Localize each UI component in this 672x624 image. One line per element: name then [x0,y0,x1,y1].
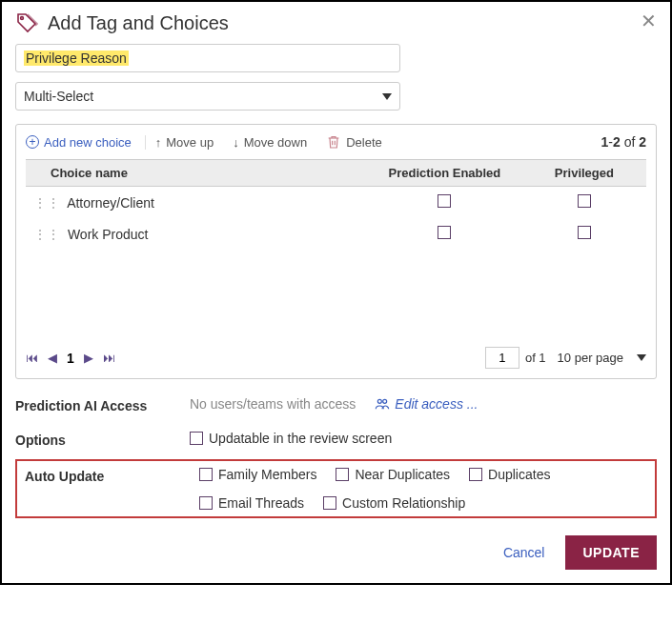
drag-handle-icon[interactable]: ⋮⋮ [33,227,64,242]
svg-point-1 [378,399,382,403]
pager-prev-icon[interactable]: ◀ [48,351,57,365]
range-of: of [624,134,636,150]
range-end: 2 [613,134,621,150]
pager-next-icon[interactable]: ▶ [84,351,93,365]
auto-update-row: Auto Update Family Members Near Duplicat… [25,467,647,511]
family-label: Family Members [218,467,316,482]
add-choice-button[interactable]: + Add new choice [26,135,146,150]
choices-table: Choice name Prediction Enabled Privilege… [26,159,646,187]
duplicates-checkbox[interactable]: Duplicates [469,467,550,482]
pager-current: 1 [67,351,74,366]
checkbox-icon [336,468,349,481]
delete-label: Delete [346,135,382,150]
updatable-label: Updatable in the review screen [209,431,392,446]
options-label: Options [15,431,173,448]
per-page-label: 10 per page [558,351,623,365]
choices-table-body: ⋮⋮ Attorney/Client ⋮⋮ Work Product [26,187,646,250]
move-down-button[interactable]: ↓ Move down [223,135,316,150]
trash-icon [326,134,341,150]
edit-access-label: Edit access ... [395,396,478,412]
pager-controls: ⏮ ◀ 1 ▶ ⏭ [26,351,115,366]
tag-name-input[interactable]: Privilege Reason [15,44,400,72]
modal-title: Add Tag and Choices [48,12,229,34]
family-members-checkbox[interactable]: Family Members [199,467,316,482]
add-choice-label: Add new choice [44,135,132,150]
range-total: 2 [639,134,646,150]
choice-name: Attorney/Client [67,195,154,211]
checkbox-icon [199,496,213,510]
choice-name: Work Product [68,227,149,242]
choices-counter: 1-2 of 2 [601,134,646,150]
pager-first-icon[interactable]: ⏮ [26,351,38,365]
col-prediction[interactable]: Prediction Enabled [367,160,522,187]
pager-of: of 1 [525,351,546,365]
tag-name-value: Privilege Reason [24,50,129,66]
auto-update-label: Auto Update [25,467,182,484]
choices-toolbar: + Add new choice ↑ Move up ↓ Move down [26,125,646,159]
arrow-down-icon: ↓ [233,135,239,150]
custom-label: Custom Relationship [342,495,465,511]
col-privileged[interactable]: Privileged [522,160,646,187]
col-choice-name[interactable]: Choice name [26,160,367,187]
move-up-button[interactable]: ↑ Move up [146,135,223,150]
custom-relationship-checkbox[interactable]: Custom Relationship [323,495,465,511]
prediction-checkbox[interactable] [438,194,451,208]
table-row[interactable]: ⋮⋮ Attorney/Client [26,187,646,218]
email-label: Email Threads [218,495,304,511]
checkbox-icon [190,432,203,445]
auto-update-highlight: Auto Update Family Members Near Duplicat… [15,459,657,518]
chevron-down-icon [382,93,392,100]
people-icon [375,397,390,411]
move-down-label: Move down [244,135,307,150]
svg-point-0 [21,17,24,20]
prediction-ai-access-row: Prediction AI Access No users/teams with… [15,396,657,413]
prediction-access-label: Prediction AI Access [15,396,173,413]
per-page-chevron-icon[interactable] [637,354,646,361]
tag-type-select[interactable]: Multi-Select [15,82,400,111]
modal-header: Add Tag and Choices [15,11,657,40]
add-tag-modal: Add Tag and Choices ✕ Privilege Reason M… [0,0,672,585]
table-row[interactable]: ⋮⋮ Work Product [26,218,646,250]
cancel-button[interactable]: Cancel [503,545,545,560]
checkbox-icon [323,496,336,510]
near-duplicates-checkbox[interactable]: Near Duplicates [336,467,450,482]
svg-point-2 [383,399,387,403]
update-button[interactable]: UPDATE [565,535,657,570]
options-row: Options Updatable in the review screen [15,431,657,448]
range-start: 1 [601,134,608,150]
delete-button[interactable]: Delete [316,134,392,150]
privileged-checkbox[interactable] [578,226,591,239]
tag-icon [15,11,38,34]
prediction-checkbox[interactable] [438,226,451,239]
arrow-up-icon: ↑ [155,135,162,150]
drag-handle-icon[interactable]: ⋮⋮ [33,195,64,211]
move-up-label: Move up [166,135,214,150]
near-dup-label: Near Duplicates [355,467,450,482]
checkbox-icon [199,468,213,481]
plus-circle-icon: + [26,135,39,149]
choices-panel: + Add new choice ↑ Move up ↓ Move down [15,124,657,379]
pager-right: of 1 10 per page [485,347,646,369]
updatable-checkbox[interactable]: Updatable in the review screen [190,431,392,446]
email-threads-checkbox[interactable]: Email Threads [199,495,304,511]
modal-footer: Cancel UPDATE [15,535,657,570]
checkbox-icon [469,468,482,481]
privileged-checkbox[interactable] [578,194,591,208]
prediction-access-text: No users/teams with access [190,396,356,412]
dup-label: Duplicates [488,467,550,482]
pager: ⏮ ◀ 1 ▶ ⏭ of 1 10 per page [26,347,646,369]
tag-type-value: Multi-Select [24,89,93,104]
pager-last-icon[interactable]: ⏭ [103,351,115,365]
page-number-input[interactable] [485,347,519,369]
close-icon[interactable]: ✕ [641,11,657,30]
edit-access-link[interactable]: Edit access ... [375,396,478,412]
